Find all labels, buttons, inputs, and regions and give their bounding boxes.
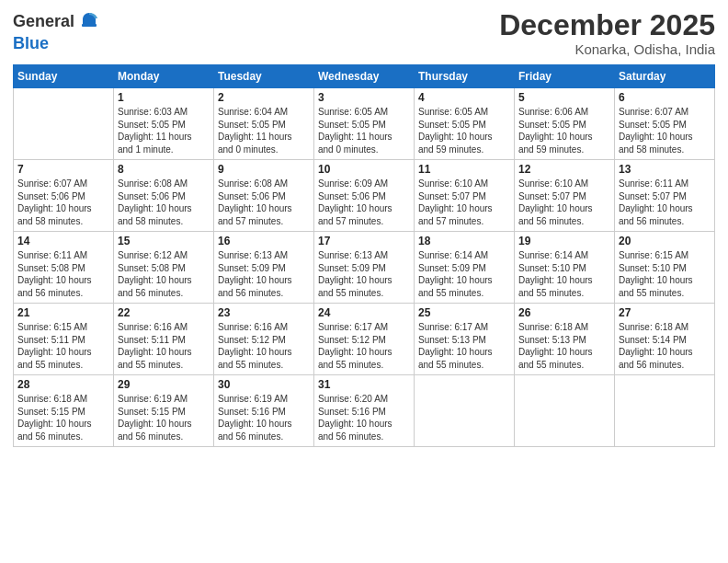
day-cell: 21Sunrise: 6:15 AMSunset: 5:11 PMDayligh…	[14, 304, 114, 375]
day-info: Sunrise: 6:15 AMSunset: 5:10 PMDaylight:…	[619, 249, 711, 299]
day-cell: 11Sunrise: 6:10 AMSunset: 5:07 PMDayligh…	[415, 160, 515, 232]
day-info: Sunrise: 6:18 AMSunset: 5:15 PMDaylight:…	[17, 393, 109, 442]
day-info: Sunrise: 6:15 AMSunset: 5:11 PMDaylight:…	[17, 321, 109, 371]
day-number: 7	[17, 163, 109, 176]
day-info: Sunrise: 6:13 AMSunset: 5:09 PMDaylight:…	[318, 249, 410, 299]
col-monday: Monday	[114, 65, 214, 88]
month-title: December 2025	[499, 9, 715, 41]
day-number: 20	[619, 235, 711, 247]
day-cell	[14, 88, 114, 160]
day-number: 14	[17, 235, 109, 247]
day-info: Sunrise: 6:04 AMSunset: 5:05 PMDaylight:…	[218, 106, 310, 155]
header: General Blue December 2025 Konarka, Odis…	[13, 9, 715, 57]
day-cell: 4Sunrise: 6:05 AMSunset: 5:05 PMDaylight…	[415, 88, 515, 160]
day-info: Sunrise: 6:18 AMSunset: 5:14 PMDaylight:…	[619, 321, 711, 371]
day-info: Sunrise: 6:07 AMSunset: 5:06 PMDaylight:…	[17, 178, 109, 227]
day-cell: 14Sunrise: 6:11 AMSunset: 5:08 PMDayligh…	[14, 232, 114, 304]
day-cell: 18Sunrise: 6:14 AMSunset: 5:09 PMDayligh…	[415, 232, 515, 304]
day-number: 8	[118, 163, 210, 176]
day-cell: 13Sunrise: 6:11 AMSunset: 5:07 PMDayligh…	[615, 160, 715, 232]
day-number: 31	[318, 378, 410, 391]
day-cell: 24Sunrise: 6:17 AMSunset: 5:12 PMDayligh…	[314, 304, 415, 375]
day-number: 4	[418, 91, 510, 104]
day-info: Sunrise: 6:19 AMSunset: 5:15 PMDaylight:…	[118, 393, 210, 442]
day-cell: 29Sunrise: 6:19 AMSunset: 5:15 PMDayligh…	[114, 375, 214, 447]
day-cell: 16Sunrise: 6:13 AMSunset: 5:09 PMDayligh…	[214, 232, 314, 304]
day-info: Sunrise: 6:16 AMSunset: 5:12 PMDaylight:…	[218, 321, 310, 371]
day-number: 23	[218, 306, 310, 319]
day-cell	[615, 375, 715, 447]
day-cell: 30Sunrise: 6:19 AMSunset: 5:16 PMDayligh…	[214, 375, 314, 447]
day-info: Sunrise: 6:10 AMSunset: 5:07 PMDaylight:…	[418, 178, 510, 227]
day-cell: 26Sunrise: 6:18 AMSunset: 5:13 PMDayligh…	[515, 304, 615, 375]
day-cell: 7Sunrise: 6:07 AMSunset: 5:06 PMDaylight…	[14, 160, 114, 232]
location: Konarka, Odisha, India	[499, 41, 715, 57]
logo: General Blue	[13, 9, 102, 53]
page-container: General Blue December 2025 Konarka, Odis…	[0, 0, 728, 456]
day-number: 1	[118, 91, 210, 104]
day-info: Sunrise: 6:11 AMSunset: 5:08 PMDaylight:…	[17, 249, 109, 299]
day-info: Sunrise: 6:08 AMSunset: 5:06 PMDaylight:…	[218, 178, 310, 227]
col-tuesday: Tuesday	[214, 65, 314, 88]
week-row-0: 1Sunrise: 6:03 AMSunset: 5:05 PMDaylight…	[14, 88, 715, 160]
day-number: 15	[118, 235, 210, 247]
day-number: 11	[418, 163, 510, 176]
day-cell: 3Sunrise: 6:05 AMSunset: 5:05 PMDaylight…	[314, 88, 415, 160]
day-info: Sunrise: 6:06 AMSunset: 5:05 PMDaylight:…	[518, 106, 610, 155]
day-info: Sunrise: 6:07 AMSunset: 5:05 PMDaylight:…	[619, 106, 711, 155]
title-block: December 2025 Konarka, Odisha, India	[499, 9, 715, 57]
logo-general-text: General	[13, 13, 74, 31]
day-number: 16	[218, 235, 310, 247]
day-info: Sunrise: 6:09 AMSunset: 5:06 PMDaylight:…	[318, 178, 410, 227]
day-cell: 10Sunrise: 6:09 AMSunset: 5:06 PMDayligh…	[314, 160, 415, 232]
day-info: Sunrise: 6:12 AMSunset: 5:08 PMDaylight:…	[118, 249, 210, 299]
day-number: 28	[17, 378, 109, 391]
day-info: Sunrise: 6:08 AMSunset: 5:06 PMDaylight:…	[118, 178, 210, 227]
week-row-4: 28Sunrise: 6:18 AMSunset: 5:15 PMDayligh…	[14, 375, 715, 447]
day-info: Sunrise: 6:11 AMSunset: 5:07 PMDaylight:…	[619, 178, 711, 227]
day-cell: 15Sunrise: 6:12 AMSunset: 5:08 PMDayligh…	[114, 232, 214, 304]
svg-rect-0	[82, 24, 97, 27]
logo-blue-text: Blue	[13, 35, 102, 53]
day-cell: 23Sunrise: 6:16 AMSunset: 5:12 PMDayligh…	[214, 304, 314, 375]
day-number: 3	[318, 91, 410, 104]
calendar-table: Sunday Monday Tuesday Wednesday Thursday…	[13, 64, 715, 447]
col-saturday: Saturday	[615, 65, 715, 88]
day-number: 29	[118, 378, 210, 391]
day-info: Sunrise: 6:18 AMSunset: 5:13 PMDaylight:…	[518, 321, 610, 371]
day-cell	[415, 375, 515, 447]
day-number: 22	[118, 306, 210, 319]
day-cell: 20Sunrise: 6:15 AMSunset: 5:10 PMDayligh…	[615, 232, 715, 304]
col-friday: Friday	[515, 65, 615, 88]
col-sunday: Sunday	[14, 65, 114, 88]
day-cell: 12Sunrise: 6:10 AMSunset: 5:07 PMDayligh…	[515, 160, 615, 232]
day-number: 13	[619, 163, 711, 176]
day-number: 9	[218, 163, 310, 176]
day-info: Sunrise: 6:17 AMSunset: 5:12 PMDaylight:…	[318, 321, 410, 371]
day-number: 18	[418, 235, 510, 247]
day-cell: 2Sunrise: 6:04 AMSunset: 5:05 PMDaylight…	[214, 88, 314, 160]
week-row-1: 7Sunrise: 6:07 AMSunset: 5:06 PMDaylight…	[14, 160, 715, 232]
day-info: Sunrise: 6:19 AMSunset: 5:16 PMDaylight:…	[218, 393, 310, 442]
day-info: Sunrise: 6:05 AMSunset: 5:05 PMDaylight:…	[418, 106, 510, 155]
day-cell: 17Sunrise: 6:13 AMSunset: 5:09 PMDayligh…	[314, 232, 415, 304]
day-info: Sunrise: 6:14 AMSunset: 5:10 PMDaylight:…	[518, 249, 610, 299]
day-number: 17	[318, 235, 410, 247]
day-info: Sunrise: 6:05 AMSunset: 5:05 PMDaylight:…	[318, 106, 410, 155]
day-cell: 6Sunrise: 6:07 AMSunset: 5:05 PMDaylight…	[615, 88, 715, 160]
day-number: 12	[518, 163, 610, 176]
day-number: 27	[619, 306, 711, 319]
day-info: Sunrise: 6:16 AMSunset: 5:11 PMDaylight:…	[118, 321, 210, 371]
day-cell: 25Sunrise: 6:17 AMSunset: 5:13 PMDayligh…	[415, 304, 515, 375]
day-cell: 28Sunrise: 6:18 AMSunset: 5:15 PMDayligh…	[14, 375, 114, 447]
calendar-header-row: Sunday Monday Tuesday Wednesday Thursday…	[14, 65, 715, 88]
logo-icon	[76, 9, 102, 35]
day-number: 10	[318, 163, 410, 176]
day-cell: 27Sunrise: 6:18 AMSunset: 5:14 PMDayligh…	[615, 304, 715, 375]
day-info: Sunrise: 6:10 AMSunset: 5:07 PMDaylight:…	[518, 178, 610, 227]
day-info: Sunrise: 6:13 AMSunset: 5:09 PMDaylight:…	[218, 249, 310, 299]
week-row-3: 21Sunrise: 6:15 AMSunset: 5:11 PMDayligh…	[14, 304, 715, 375]
day-number: 30	[218, 378, 310, 391]
day-info: Sunrise: 6:14 AMSunset: 5:09 PMDaylight:…	[418, 249, 510, 299]
day-cell: 9Sunrise: 6:08 AMSunset: 5:06 PMDaylight…	[214, 160, 314, 232]
